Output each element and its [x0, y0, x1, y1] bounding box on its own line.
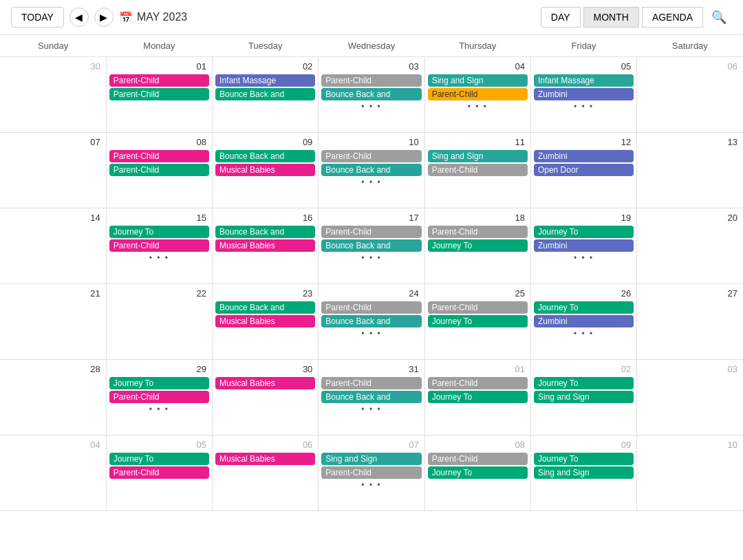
event-pill[interactable]: Bounce Back and — [321, 88, 421, 100]
event-pill[interactable]: Parent-Child — [428, 301, 528, 314]
event-pill[interactable]: Sing and Sign — [321, 453, 421, 465]
calendar-cell: 04Sing and SignParent-Child• • • — [424, 57, 530, 133]
event-pill[interactable]: Parent-Child — [109, 88, 209, 100]
prev-button[interactable]: ◀ — [69, 8, 89, 27]
more-events[interactable]: • • • — [534, 329, 634, 338]
event-pill[interactable]: Parent-Child — [428, 377, 528, 389]
event-pill[interactable]: Journey To — [534, 226, 634, 238]
event-pill[interactable]: Musical Babies — [215, 377, 315, 389]
date-number: 04 — [3, 438, 103, 453]
event-pill[interactable]: Musical Babies — [215, 164, 315, 176]
event-pill[interactable]: Open Door — [534, 164, 634, 176]
event-pill[interactable]: Infant Massage — [215, 74, 315, 87]
header-right: DAY MONTH AGENDA 🔍 — [541, 7, 732, 28]
event-pill[interactable]: Parent-Child — [428, 453, 528, 465]
event-pill[interactable]: Bounce Back and — [215, 226, 315, 238]
more-events[interactable]: • • • — [109, 405, 209, 414]
more-events[interactable]: • • • — [321, 480, 421, 490]
more-events[interactable]: • • • — [321, 177, 421, 187]
event-pill[interactable]: Journey To — [534, 377, 634, 389]
event-pill[interactable]: Journey To — [109, 377, 209, 389]
event-pill[interactable]: Bounce Back and — [215, 88, 315, 100]
event-pill[interactable]: Sing and Sign — [534, 466, 634, 479]
more-events[interactable]: • • • — [321, 329, 421, 338]
event-pill[interactable]: Parent-Child — [428, 226, 528, 238]
more-events[interactable]: • • • — [321, 405, 421, 414]
agenda-view-button[interactable]: AGENDA — [642, 7, 703, 28]
event-pill[interactable]: Parent-Child — [321, 226, 421, 238]
event-pill[interactable]: Zumbini — [534, 239, 634, 252]
date-number: 10 — [321, 136, 421, 150]
event-pill[interactable]: Journey To — [534, 453, 634, 465]
event-pill[interactable]: Journey To — [109, 226, 209, 238]
date-number: 18 — [428, 211, 528, 226]
event-pill[interactable]: Sing and Sign — [534, 391, 634, 403]
date-number: 06 — [215, 438, 315, 453]
date-number: 31 — [321, 363, 421, 377]
event-pill[interactable]: Journey To — [428, 391, 528, 403]
event-pill[interactable]: Musical Babies — [215, 239, 315, 252]
event-pill[interactable]: Journey To — [428, 239, 528, 252]
date-number: 30 — [215, 363, 315, 377]
event-pill[interactable]: Parent-Child — [109, 150, 209, 162]
day-view-button[interactable]: DAY — [541, 7, 581, 28]
event-pill[interactable]: Bounce Back and — [215, 301, 315, 314]
event-pill[interactable]: Parent-Child — [109, 391, 209, 403]
event-pill[interactable]: Bounce Back and — [321, 315, 421, 327]
header-thursday: Thursday — [424, 35, 530, 57]
event-pill[interactable]: Bounce Back and — [321, 239, 421, 252]
next-button[interactable]: ▶ — [94, 8, 114, 27]
more-events[interactable]: • • • — [428, 102, 528, 111]
more-events[interactable]: • • • — [321, 102, 421, 111]
event-pill[interactable]: Bounce Back and — [321, 164, 421, 176]
calendar-cell: 22 — [106, 284, 212, 360]
date-number: 09 — [215, 136, 315, 150]
event-pill[interactable]: Zumbini — [534, 88, 634, 100]
event-pill[interactable]: Parent-Child — [109, 74, 209, 87]
search-button[interactable]: 🔍 — [706, 7, 732, 28]
date-number: 14 — [3, 211, 103, 226]
event-pill[interactable]: Parent-Child — [109, 164, 209, 176]
event-pill[interactable]: Parent-Child — [321, 377, 421, 389]
calendar-cell: 01Parent-ChildJourney To — [424, 360, 530, 435]
event-pill[interactable]: Parent-Child — [321, 466, 421, 479]
event-pill[interactable]: Bounce Back and — [215, 150, 315, 162]
event-pill[interactable]: Bounce Back and — [321, 391, 421, 403]
calendar-cell: 08Parent-ChildJourney To — [424, 435, 530, 511]
more-events[interactable]: • • • — [534, 102, 634, 111]
event-pill[interactable]: Journey To — [428, 466, 528, 479]
event-pill[interactable]: Sing and Sign — [428, 150, 528, 162]
event-pill[interactable]: Musical Babies — [215, 453, 315, 465]
calendar-cell: 02Infant MassageBounce Back and — [213, 57, 319, 133]
event-pill[interactable]: Zumbini — [534, 150, 634, 162]
calendar-cell: 23Bounce Back andMusical Babies — [213, 284, 319, 360]
event-pill[interactable]: Parent-Child — [321, 301, 421, 314]
date-number: 04 — [428, 60, 528, 74]
event-pill[interactable]: Zumbini — [534, 315, 634, 327]
more-events[interactable]: • • • — [321, 253, 421, 263]
date-number: 03 — [321, 60, 421, 74]
date-number: 11 — [428, 136, 528, 150]
header-wednesday: Wednesday — [319, 35, 424, 57]
event-pill[interactable]: Sing and Sign — [428, 74, 528, 87]
event-pill[interactable]: Infant Massage — [534, 74, 634, 87]
event-pill[interactable]: Parent-Child — [428, 164, 528, 176]
today-button[interactable]: TODAY — [11, 7, 64, 28]
event-pill[interactable]: Parent-Child — [428, 88, 528, 100]
event-pill[interactable]: Journey To — [534, 301, 634, 314]
event-pill[interactable]: Parent-Child — [321, 150, 421, 162]
month-view-button[interactable]: MONTH — [583, 7, 639, 28]
event-pill[interactable]: Journey To — [428, 315, 528, 327]
header-sunday: Sunday — [0, 35, 106, 57]
event-pill[interactable]: Parent-Child — [109, 466, 209, 479]
more-events[interactable]: • • • — [109, 253, 209, 263]
event-pill[interactable]: Journey To — [109, 453, 209, 465]
event-pill[interactable]: Musical Babies — [215, 315, 315, 327]
calendar-cell: 10 — [637, 435, 743, 511]
search-icon: 🔍 — [711, 10, 726, 24]
event-pill[interactable]: Parent-Child — [321, 74, 421, 87]
more-events[interactable]: • • • — [534, 253, 634, 263]
event-pill[interactable]: Parent-Child — [109, 239, 209, 252]
date-number: 02 — [534, 363, 634, 377]
date-number: 29 — [109, 363, 209, 377]
